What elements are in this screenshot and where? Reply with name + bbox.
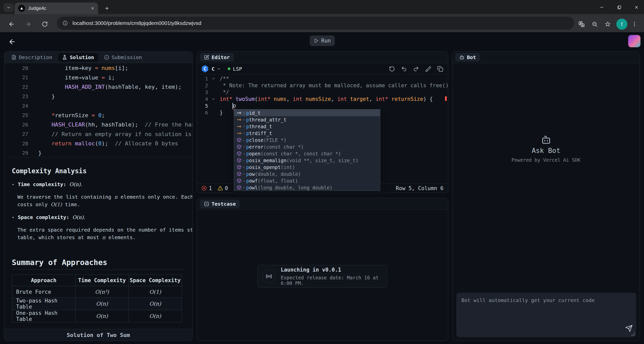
- suggest-item[interactable]: popen(const char *, const char *): [234, 150, 380, 157]
- code-line[interactable]: 2 * Note: The returned array must be mal…: [197, 82, 448, 89]
- tab-search-chevron-button[interactable]: [4, 3, 14, 12]
- editor-panel-header: Editor: [197, 52, 448, 63]
- code-line: 27 // Return an empty array if no soluti…: [4, 130, 192, 139]
- language-selector[interactable]: C: [212, 66, 215, 72]
- line-number: 23: [4, 93, 28, 99]
- tab-title: Judge4c: [28, 6, 91, 11]
- browser-forward-button[interactable]: [23, 19, 33, 29]
- page-back-button[interactable]: [7, 36, 18, 47]
- browser-tab[interactable]: Judge4c: [15, 3, 98, 14]
- column-header: Time Complexity: [75, 275, 129, 286]
- window-minimize-button[interactable]: [597, 4, 607, 11]
- suggest-item[interactable]: powl(long double, long double): [234, 184, 380, 191]
- code-line: 26 HASH_CLEAR(hh, hashTable); // Free th…: [4, 120, 192, 130]
- tab-testcase[interactable]: Testcase: [200, 200, 240, 208]
- tab-close-icon[interactable]: [91, 6, 95, 10]
- code-text: return malloc(0); // Allocate 0 bytes: [38, 140, 178, 147]
- run-label: Run: [321, 38, 331, 44]
- suggest-item[interactable]: posix_memalign(void **, size_t, size_t): [234, 157, 380, 164]
- suggest-label: perror(const char *): [243, 144, 304, 150]
- code-text: int* twoSum(int* nums, int numsSize, int…: [220, 96, 433, 102]
- testcase-panel-header: Testcase: [197, 198, 448, 210]
- suggest-label: ptrdiff_t: [243, 131, 272, 136]
- minimize-icon: [599, 5, 604, 10]
- code-line[interactable]: 1/**: [197, 75, 448, 82]
- new-tab-button[interactable]: [102, 4, 112, 13]
- redo-button[interactable]: [413, 66, 419, 72]
- fold-chevron-icon[interactable]: [210, 97, 217, 101]
- chevron-down-icon[interactable]: [217, 67, 221, 71]
- cursor-position: Row 5, Column 6: [396, 185, 444, 191]
- suggest-item[interactable]: posix_openpt(int): [234, 164, 380, 170]
- math-expression: O(n).: [69, 181, 82, 187]
- reset-code-button[interactable]: [389, 66, 395, 72]
- suggest-item[interactable]: ptrdiff_t: [234, 130, 380, 137]
- approach-cell: Brute Force: [12, 286, 75, 298]
- code-line: 20 item→key = nums[i];: [4, 63, 192, 73]
- line-number: 24: [4, 103, 28, 109]
- code-line[interactable]: 4int* twoSum(int* nums, int numsSize, in…: [197, 96, 448, 102]
- suggest-item[interactable]: perror(const char *): [234, 143, 380, 150]
- star-icon: [605, 21, 611, 27]
- code-line: 24: [4, 101, 192, 111]
- code-line[interactable]: 3 */: [197, 89, 448, 96]
- code-line[interactable]: 5 p: [197, 102, 448, 109]
- browser-menu-button[interactable]: [629, 19, 639, 29]
- user-avatar[interactable]: [628, 35, 640, 47]
- flask-icon: [62, 55, 67, 60]
- approach-cell: One-pass Hash Table: [12, 310, 75, 322]
- copy-code-button[interactable]: [437, 66, 444, 72]
- errors-count: 1: [209, 185, 212, 191]
- format-code-button[interactable]: [425, 66, 431, 72]
- site-info-icon[interactable]: [62, 20, 68, 26]
- tab-solution[interactable]: Solution: [58, 53, 98, 62]
- lsp-status-dot: [228, 67, 230, 70]
- suggest-item[interactable]: pow(double, double): [234, 170, 380, 177]
- code-line: 21 item→value = i;: [4, 73, 192, 82]
- chevron-down-icon: [7, 6, 11, 10]
- autocomplete-dropdown: pid_tpthread_attr_tpthread_tptrdiff_tpcl…: [234, 109, 380, 191]
- browser-back-button[interactable]: [7, 19, 17, 29]
- md-paragraph-line: costs only O(1) time.: [17, 201, 80, 207]
- suggest-item[interactable]: pclose(FILE *): [234, 137, 380, 143]
- tab-solution-label: Solution: [70, 54, 94, 60]
- bot-message-input[interactable]: [456, 293, 636, 337]
- send-message-button[interactable]: [625, 325, 633, 332]
- complexity-cell: O(n²): [75, 286, 129, 298]
- suggest-item[interactable]: pthread_t: [234, 123, 380, 130]
- bullet-label: Time complexity:: [18, 181, 69, 187]
- bookmark-star-button[interactable]: [603, 19, 613, 29]
- browser-profile-avatar[interactable]: f: [616, 19, 627, 30]
- code-text: }: [220, 110, 223, 116]
- lsp-label: LSP: [233, 66, 242, 72]
- suggest-item[interactable]: pthread_attr_t: [234, 116, 380, 123]
- problem-panel: Description Solution Submission 20 item→…: [4, 51, 193, 341]
- copy-icon: [437, 66, 443, 72]
- window-restore-button[interactable]: [614, 4, 624, 11]
- function-icon: [235, 165, 243, 169]
- tab-editor[interactable]: Editor: [200, 53, 234, 62]
- suggest-item[interactable]: pid_t: [234, 109, 380, 116]
- translate-icon: [578, 21, 585, 27]
- tab-submission[interactable]: Submission: [100, 53, 146, 62]
- url-bar[interactable]: localhost:3000/problems/cm8pjqdem0001ty8…: [57, 17, 574, 30]
- tab-description[interactable]: Description: [7, 53, 56, 62]
- math-expression: O(n).: [72, 214, 85, 220]
- browser-reload-button[interactable]: [40, 19, 50, 29]
- fold-chevron-icon[interactable]: [210, 77, 217, 81]
- suggest-label: pclose(FILE *): [243, 137, 287, 143]
- tab-bot[interactable]: Bot: [455, 53, 480, 62]
- run-button[interactable]: Run: [310, 35, 335, 46]
- line-number: 26: [4, 122, 28, 128]
- zoom-out-button[interactable]: [590, 19, 600, 29]
- complexity-cell: O(n): [75, 310, 129, 322]
- arrow-right-icon: [25, 21, 31, 27]
- redo-icon: [413, 66, 419, 72]
- code-text: }: [38, 150, 42, 156]
- translate-button[interactable]: [577, 19, 587, 29]
- summary-of-approaches-heading: Summary of Approaches: [12, 258, 107, 267]
- undo-button[interactable]: [401, 66, 407, 72]
- suggest-item[interactable]: powf(float, float): [234, 177, 380, 184]
- line-number: 5: [197, 103, 208, 109]
- window-close-button[interactable]: [631, 4, 641, 11]
